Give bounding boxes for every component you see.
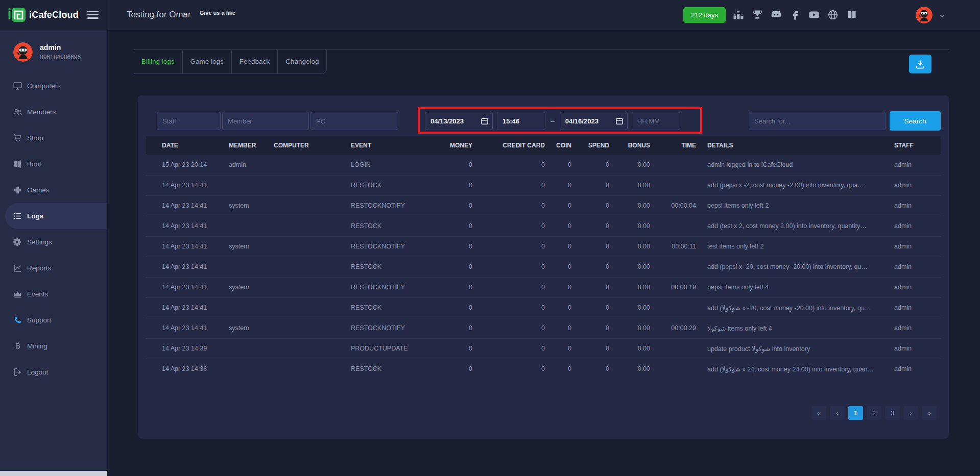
sidebar-item-settings[interactable]: Settings — [0, 229, 107, 255]
cell-member — [225, 359, 270, 379]
users-icon — [13, 107, 22, 117]
pc-input[interactable] — [310, 112, 398, 130]
cell-money: 0 — [435, 297, 473, 318]
gamepad-icon — [13, 185, 22, 195]
hamburger-menu-icon[interactable] — [87, 11, 99, 19]
time-from-input[interactable] — [497, 112, 545, 130]
cell-staff: admin — [885, 236, 941, 257]
cell-date: 14 Apr 23 14:41 — [146, 236, 225, 257]
sidebar-item-shop[interactable]: Shop — [0, 125, 107, 151]
sidebar-item-label: Settings — [27, 238, 52, 246]
trophy-icon[interactable] — [751, 9, 763, 21]
pagination-last[interactable]: » — [922, 406, 937, 420]
ranking-icon[interactable] — [732, 9, 745, 21]
cell-details: pepsi items only left 4 — [697, 277, 885, 297]
cell-staff: admin — [885, 195, 941, 216]
sidebar-item-members[interactable]: Members — [0, 99, 107, 125]
topbar-main: Testing for Omar Give us a like 212 days — [107, 0, 980, 30]
cell-computer — [270, 155, 347, 175]
pagination-page-2[interactable]: 2 — [867, 406, 881, 420]
cell-coin: 0 — [546, 257, 572, 277]
sidebar-item-boot[interactable]: Boot — [0, 151, 107, 177]
tab-billing-logs[interactable]: Billing logs — [134, 50, 183, 73]
pagination-page-3[interactable]: 3 — [885, 406, 900, 420]
table-row: 15 Apr 23 20:14adminLOGIN00000.00admin l… — [146, 155, 941, 175]
staff-input[interactable] — [157, 112, 221, 130]
sidebar-item-mining[interactable]: Mining — [0, 333, 107, 359]
sidebar-scrollbar[interactable] — [0, 471, 107, 476]
tab-changelog[interactable]: Changelog — [278, 50, 326, 73]
tab-game-logs[interactable]: Game logs — [183, 50, 232, 73]
date-to-input[interactable] — [560, 112, 628, 130]
avatar — [13, 42, 33, 62]
sidebar-item-support[interactable]: Support — [0, 307, 107, 333]
cell-credit-card: 0 — [473, 195, 546, 216]
cell-bonus: 0.00 — [610, 175, 651, 195]
cell-member: system — [225, 277, 270, 297]
cell-staff: admin — [885, 318, 941, 338]
time-to-input[interactable] — [632, 112, 680, 130]
cell-bonus: 0.00 — [610, 155, 651, 175]
sidebar-item-logout[interactable]: Logout — [0, 359, 107, 385]
facebook-icon[interactable] — [789, 9, 801, 21]
cell-coin: 0 — [546, 216, 572, 236]
youtube-icon[interactable] — [808, 9, 820, 21]
sidebar-item-reports[interactable]: Reports — [0, 255, 107, 281]
chevron-down-icon[interactable] — [939, 12, 945, 18]
table-row: 14 Apr 23 14:41RESTOCK00000.00add (pepsi… — [146, 257, 941, 277]
cell-date: 14 Apr 23 14:38 — [146, 359, 225, 379]
cell-date: 14 Apr 23 14:41 — [146, 195, 225, 216]
table-header-row: DATEMEMBERCOMPUTEREVENTMONEYCREDIT CARDC… — [146, 136, 941, 155]
cell-time — [651, 155, 697, 175]
cell-event: RESTOCKNOTIFY — [347, 277, 435, 297]
cell-time: 00:00:04 — [651, 195, 697, 216]
cell-spend: 0 — [572, 216, 610, 236]
cell-money: 0 — [435, 195, 473, 216]
table-row: 14 Apr 23 14:41RESTOCK00000.00add (test … — [146, 216, 941, 236]
sidebar-item-label: Reports — [27, 264, 51, 272]
cell-computer — [270, 318, 347, 338]
book-icon[interactable] — [846, 9, 858, 21]
member-input[interactable] — [222, 112, 309, 130]
sidebar-item-label: Support — [27, 316, 51, 324]
days-badge[interactable]: 212 days — [683, 7, 726, 23]
tab-feedback[interactable]: Feedback — [232, 50, 278, 73]
cell-money: 0 — [435, 277, 473, 297]
cell-date: 14 Apr 23 14:41 — [146, 257, 225, 277]
cell-event: RESTOCKNOTIFY — [347, 236, 435, 257]
avatar[interactable] — [916, 7, 933, 23]
pagination-first[interactable]: « — [811, 406, 826, 420]
cell-computer — [270, 338, 347, 359]
pagination-prev[interactable]: ‹ — [830, 406, 845, 420]
sidebar: admin 096184986696 ComputersMembersShopB… — [0, 30, 107, 476]
cell-credit-card: 0 — [473, 216, 546, 236]
sidebar-item-logs[interactable]: Logs — [5, 203, 107, 229]
date-from-input[interactable] — [425, 112, 493, 130]
pagination-next[interactable]: › — [903, 406, 918, 420]
cell-staff: admin — [885, 155, 941, 175]
cell-event: PRODUCTUPDATE — [347, 338, 435, 359]
download-button[interactable] — [909, 55, 931, 73]
column-header-money: MONEY — [435, 136, 473, 155]
cell-coin: 0 — [546, 318, 572, 338]
cell-coin: 0 — [546, 236, 572, 257]
column-header-date: DATE — [146, 136, 225, 155]
globe-icon[interactable] — [827, 9, 839, 21]
sidebar-item-events[interactable]: Events — [0, 281, 107, 307]
sidebar-item-label: Logs — [27, 212, 43, 220]
cell-details: admin logged in to iCafeCloud — [697, 155, 885, 175]
search-button[interactable]: Search — [890, 111, 941, 131]
cell-spend: 0 — [572, 155, 610, 175]
pagination-page-1[interactable]: 1 — [848, 406, 863, 420]
give-us-a-like-link[interactable]: Give us a like — [200, 10, 235, 16]
cell-credit-card: 0 — [473, 175, 546, 195]
cell-bonus: 0.00 — [610, 277, 651, 297]
search-input[interactable] — [749, 112, 886, 130]
cell-event: RESTOCKNOTIFY — [347, 195, 435, 216]
sidebar-item-computers[interactable]: Computers — [0, 73, 107, 99]
sidebar-item-games[interactable]: Games — [0, 177, 107, 203]
cell-date: 14 Apr 23 14:39 — [146, 338, 225, 359]
table-row: 14 Apr 23 14:38RESTOCK00000.00add (شوكول… — [146, 359, 941, 379]
discord-icon[interactable] — [770, 9, 782, 21]
sidebar-profile: admin 096184986696 — [0, 30, 107, 62]
